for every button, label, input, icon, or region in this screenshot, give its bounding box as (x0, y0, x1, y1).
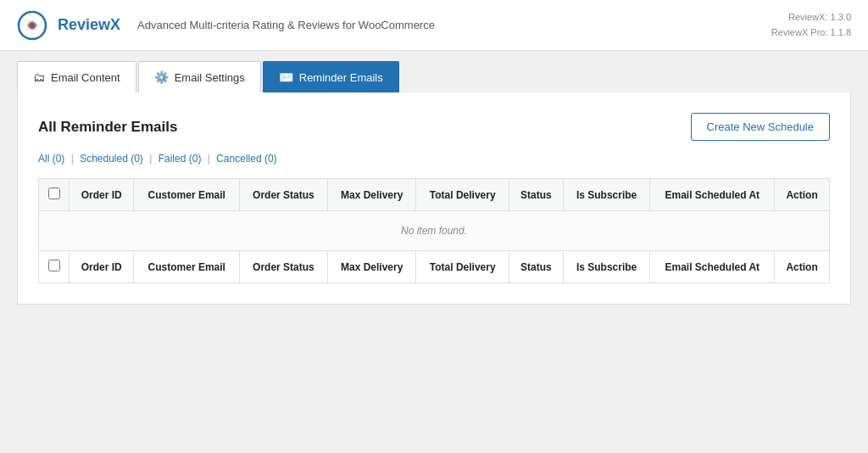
filter-separator-1: | (71, 153, 74, 165)
table-footer: Order ID Customer Email Order Status Max… (39, 251, 830, 283)
version-info: ReviewX: 1.3.0 ReviewX Pro: 1.1.8 (771, 10, 851, 40)
content-header: All Reminder Emails Create New Schedule (38, 113, 830, 141)
footer-col-is-subscribe: Is Subscribe (563, 251, 649, 283)
version-2: ReviewX Pro: 1.1.8 (771, 25, 851, 41)
create-schedule-button[interactable]: Create New Schedule (691, 113, 830, 141)
footer-col-max-delivery: Max Delivery (327, 251, 416, 283)
col-total-delivery: Total Delivery (416, 179, 509, 211)
no-item-text: No item found. (39, 211, 830, 251)
tabs-bar: 🗂 Email Content ⚙️ Email Settings ✉️ Rem… (0, 51, 868, 92)
brand-subtitle: Advanced Multi-criteria Rating & Reviews… (137, 19, 435, 31)
reminder-emails-table: Order ID Customer Email Order Status Max… (38, 178, 830, 283)
top-bar: ReviewX Advanced Multi-criteria Rating &… (0, 0, 868, 51)
email-settings-icon: ⚙️ (154, 70, 169, 84)
no-item-row: No item found. (39, 211, 830, 251)
tab-email-settings[interactable]: ⚙️ Email Settings (138, 61, 261, 92)
table-body: No item found. (39, 211, 830, 251)
filter-failed[interactable]: Failed (0) (159, 153, 202, 165)
col-status: Status (509, 179, 563, 211)
col-order-status: Order Status (240, 179, 328, 211)
filter-links: All (0) | Scheduled (0) | Failed (0) | C… (38, 153, 830, 165)
brand-name: ReviewX (58, 16, 120, 34)
tab-reminder-emails-label: Reminder Emails (299, 71, 383, 84)
footer-col-order-status: Order Status (240, 251, 328, 283)
tab-reminder-emails[interactable]: ✉️ Reminder Emails (263, 61, 399, 92)
col-action: Action (775, 179, 830, 211)
col-customer-email: Customer Email (134, 179, 240, 211)
version-1: ReviewX: 1.3.0 (771, 10, 851, 25)
email-content-icon: 🗂 (33, 70, 45, 84)
footer-col-total-delivery: Total Delivery (416, 251, 509, 283)
filter-separator-2: | (149, 153, 152, 165)
footer-col-action: Action (775, 251, 830, 283)
tab-email-content[interactable]: 🗂 Email Content (17, 61, 136, 92)
footer-select-all-checkbox[interactable] (48, 260, 60, 271)
select-all-cell[interactable] (39, 179, 70, 211)
table-header: Order ID Customer Email Order Status Max… (39, 179, 830, 211)
reviewx-logo-icon (17, 10, 47, 41)
footer-col-order-id: Order ID (70, 251, 134, 283)
footer-col-customer-email: Customer Email (134, 251, 240, 283)
logo-area: ReviewX Advanced Multi-criteria Rating &… (17, 10, 435, 41)
svg-point-1 (30, 23, 35, 28)
tab-email-content-label: Email Content (51, 71, 120, 84)
tab-email-settings-label: Email Settings (175, 71, 245, 84)
filter-all[interactable]: All (0) (38, 153, 64, 165)
footer-col-status: Status (509, 251, 563, 283)
filter-scheduled[interactable]: Scheduled (0) (80, 153, 143, 165)
filter-separator-3: | (208, 153, 210, 165)
col-order-id: Order ID (70, 179, 134, 211)
select-all-checkbox[interactable] (48, 187, 60, 199)
col-email-scheduled-at: Email Scheduled At (650, 179, 775, 211)
filter-cancelled[interactable]: Cancelled (0) (216, 153, 276, 165)
page-title: All Reminder Emails (38, 119, 177, 136)
col-is-subscribe: Is Subscribe (563, 179, 649, 211)
footer-select-all-cell[interactable] (39, 251, 70, 283)
reminder-emails-icon: ✉️ (279, 70, 293, 84)
main-content: All Reminder Emails Create New Schedule … (17, 92, 851, 305)
footer-col-email-scheduled-at: Email Scheduled At (650, 251, 775, 283)
col-max-delivery: Max Delivery (327, 179, 416, 211)
